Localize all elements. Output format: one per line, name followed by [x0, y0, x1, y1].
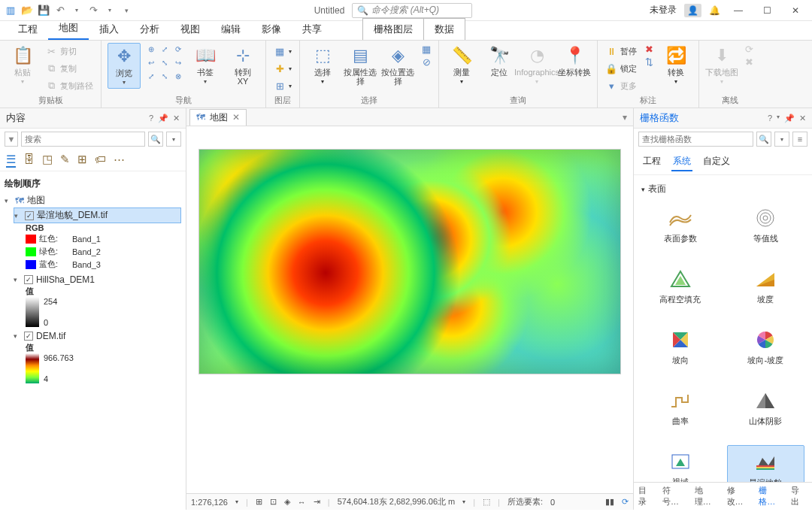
- filter-icon[interactable]: ▼: [5, 132, 18, 147]
- contents-search-button[interactable]: 🔍: [148, 132, 163, 147]
- tab-map[interactable]: 地图: [48, 17, 89, 40]
- bottom-tab-export[interactable]: 导出: [791, 485, 807, 507]
- paste-button[interactable]: 📋 粘贴 ▾: [6, 43, 39, 87]
- grid-icon[interactable]: ⊞: [256, 497, 262, 507]
- add-preset-button[interactable]: ⊞▾: [272, 77, 293, 94]
- layer-row-2[interactable]: ▾ ✓ DEM.tif: [14, 330, 181, 342]
- raster-tab-project[interactable]: 工程: [641, 153, 662, 171]
- undo-dropdown-icon[interactable]: ▾: [71, 5, 83, 17]
- fn-aspect-slope[interactable]: 坡向-坡度: [727, 323, 805, 371]
- fn-curvature[interactable]: 曲率: [641, 384, 720, 432]
- cut-button[interactable]: ✂剪切: [44, 43, 95, 59]
- notifications-icon[interactable]: 🔔: [709, 5, 720, 16]
- user-icon[interactable]: 👤: [684, 4, 701, 17]
- explore-button[interactable]: ✥ 浏览 ▾: [108, 43, 141, 89]
- fn-shaded-relief[interactable]: 晕渲地貌: [727, 445, 805, 482]
- view-unplaced-icon[interactable]: ✖: [643, 43, 655, 55]
- bookmarks-button[interactable]: 📖 书签 ▾: [189, 43, 222, 87]
- bottom-tab-catalog[interactable]: 目录: [638, 485, 655, 507]
- bottom-tab-geoprocessing[interactable]: 地理…: [695, 485, 720, 507]
- qat-customize-icon[interactable]: ▾: [120, 5, 132, 17]
- panel-help-icon[interactable]: ?: [768, 114, 772, 123]
- coords-dropdown-icon[interactable]: ▾: [462, 498, 465, 505]
- tab-raster-layer[interactable]: 栅格图层: [362, 18, 424, 40]
- maximize-button[interactable]: ☐: [756, 3, 777, 18]
- list-more-icon[interactable]: ⋯: [114, 153, 125, 168]
- tab-share[interactable]: 共享: [292, 19, 332, 40]
- map-view-tab[interactable]: 🗺 地图 ✕: [189, 109, 247, 126]
- label-priority-icon[interactable]: ⇅: [643, 56, 655, 68]
- fn-surface-params[interactable]: 表面参数: [641, 201, 720, 249]
- fn-contour[interactable]: 等值线: [727, 201, 805, 249]
- fn-aspect[interactable]: 坡向: [641, 323, 720, 371]
- locate-button[interactable]: 🔭定位: [483, 43, 516, 79]
- list-by-editing-icon[interactable]: ✎: [60, 153, 70, 168]
- tab-project[interactable]: 工程: [8, 19, 48, 40]
- fn-elev-void-fill[interactable]: 高程空填充: [641, 262, 720, 310]
- remove-icon[interactable]: ✖: [743, 56, 755, 68]
- map-node[interactable]: ▾ 🗺 地图: [5, 193, 181, 207]
- scale-display[interactable]: 1:276,126: [191, 498, 228, 507]
- more-labels-button[interactable]: ▾更多: [604, 77, 638, 94]
- list-by-drawing-icon[interactable]: ☰: [6, 153, 16, 168]
- open-project-icon[interactable]: 📂: [21, 5, 33, 17]
- layer-row-0[interactable]: ▾ ✓ 晕渲地貌_DEM.tif: [14, 207, 181, 223]
- bottom-tab-modify[interactable]: 修改…: [727, 485, 752, 507]
- goto-xy-button[interactable]: ⊹ 转到 XY: [226, 43, 259, 88]
- bottom-tab-symbology[interactable]: 符号…: [662, 485, 687, 507]
- fn-hillshade[interactable]: 山体阴影: [727, 384, 805, 432]
- undo-icon[interactable]: ↶: [54, 5, 66, 17]
- dynamic-icon[interactable]: ◈: [284, 497, 290, 507]
- raster-tab-system[interactable]: 系统: [671, 153, 692, 171]
- panel-close-icon[interactable]: ✕: [799, 114, 806, 123]
- panel-autohide-icon[interactable]: 📌: [158, 114, 168, 123]
- layer-checkbox[interactable]: ✓: [25, 211, 34, 220]
- raster-search-button[interactable]: 🔍: [756, 132, 771, 147]
- tab-imagery[interactable]: 影像: [251, 19, 292, 40]
- collapse-icon[interactable]: ▾: [641, 186, 645, 193]
- new-project-icon[interactable]: ▥: [5, 5, 17, 17]
- select-by-attr-button[interactable]: ▤按属性选择: [344, 43, 377, 88]
- layer-row-1[interactable]: ▾ ✓ HillSha_DEM1: [14, 274, 181, 286]
- close-button[interactable]: ✕: [785, 3, 806, 18]
- redo-dropdown-icon[interactable]: ▾: [104, 5, 116, 17]
- map-tab-close-icon[interactable]: ✕: [232, 112, 240, 123]
- correction-icon[interactable]: ↔: [298, 498, 306, 507]
- measure-button[interactable]: 📏测量▾: [445, 43, 478, 87]
- sync-icon[interactable]: ⟳: [743, 43, 755, 55]
- convert-labels-button[interactable]: 🔁转换▾: [659, 43, 692, 87]
- contents-search-input[interactable]: [21, 132, 145, 147]
- map-canvas[interactable]: [198, 149, 621, 374]
- copy-button[interactable]: ⧉复制: [44, 60, 95, 77]
- minimize-button[interactable]: —: [728, 3, 749, 18]
- raster-search-dropdown[interactable]: ▾: [774, 132, 789, 147]
- section-surface[interactable]: ▾ 表面: [641, 183, 804, 195]
- tab-data[interactable]: 数据: [424, 18, 465, 40]
- layer-checkbox[interactable]: ✓: [24, 332, 33, 341]
- expand-icon[interactable]: ▾: [5, 197, 12, 204]
- pause-draw-icon[interactable]: ▮▮: [605, 497, 614, 507]
- list-by-source-icon[interactable]: 🗄: [23, 153, 35, 168]
- select-by-loc-button[interactable]: ◈按位置选择: [381, 43, 414, 88]
- coord-conv-button[interactable]: 📍坐标转换: [558, 43, 591, 79]
- tab-insert[interactable]: 插入: [89, 19, 129, 40]
- expand-icon[interactable]: ▾: [14, 276, 21, 283]
- bottom-tab-raster[interactable]: 栅格…: [759, 485, 783, 507]
- fn-viewshed[interactable]: 视域: [641, 445, 720, 482]
- constraint-icon[interactable]: ⇥: [314, 497, 320, 507]
- basemap-button[interactable]: ▦▾: [272, 43, 293, 59]
- copy-path-button[interactable]: ⧉复制路径: [44, 77, 95, 94]
- attr-table-icon[interactable]: ▦: [420, 43, 432, 55]
- lock-labels-button[interactable]: 🔒锁定: [604, 60, 638, 77]
- tab-analysis[interactable]: 分析: [129, 19, 170, 40]
- download-map-button[interactable]: ⬇下载地图▾: [705, 43, 738, 87]
- clear-sel-icon[interactable]: ⊘: [420, 56, 432, 68]
- save-project-icon[interactable]: 💾: [38, 5, 50, 17]
- fn-slope[interactable]: 坡度: [727, 262, 805, 310]
- raster-menu-icon[interactable]: ≡: [792, 132, 807, 147]
- panel-autohide-icon[interactable]: 📌: [784, 114, 795, 123]
- contents-search-dropdown[interactable]: ▾: [166, 132, 181, 147]
- layer-checkbox[interactable]: ✓: [24, 275, 33, 284]
- source-icon[interactable]: ⬚: [483, 497, 490, 507]
- list-by-snapping-icon[interactable]: ⊞: [77, 153, 87, 168]
